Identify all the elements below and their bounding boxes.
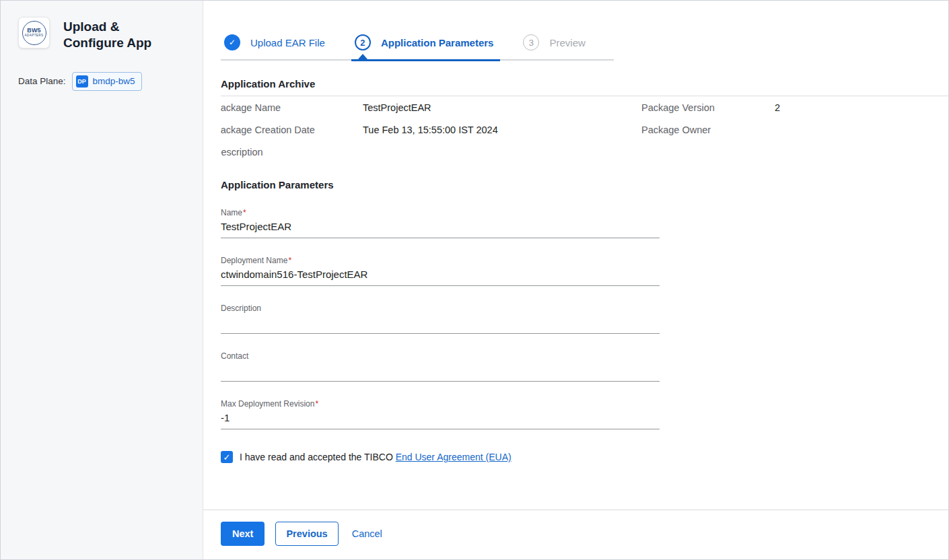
bw5-adapters-logo: BW5 ADAPTERS xyxy=(18,17,50,48)
description-label: Description xyxy=(221,141,363,163)
package-version-label: Package Version xyxy=(641,96,775,118)
package-owner-label: Package Owner xyxy=(641,118,775,141)
page-title: Upload & Configure App xyxy=(63,17,151,52)
name-field[interactable] xyxy=(221,218,660,238)
name-field-group: Name xyxy=(221,208,660,238)
eua-link[interactable]: End User Agreement (EUA) xyxy=(396,452,512,462)
data-plane-row: Data Plane: DP bmdp-bw5 xyxy=(18,72,185,91)
sidebar: BW5 ADAPTERS Upload & Configure App Data… xyxy=(1,1,203,559)
name-field-label: Name xyxy=(221,208,660,217)
logo-text: BW5 xyxy=(27,28,41,34)
description-value xyxy=(363,141,641,163)
main-panel: ✓ Upload EAR File 2 Application Paramete… xyxy=(203,1,948,559)
max-deployment-revision-field-label: Max Deployment Revision xyxy=(221,399,660,409)
bw5-adapters-logo-circle: BW5 ADAPTERS xyxy=(22,21,46,45)
step-label: Upload EAR File xyxy=(250,37,325,48)
data-plane-chip[interactable]: DP bmdp-bw5 xyxy=(72,72,142,91)
data-plane-icon: DP xyxy=(76,75,88,88)
upload-configure-app-window: BW5 ADAPTERS Upload & Configure App Data… xyxy=(0,0,949,560)
max-deployment-revision-field[interactable] xyxy=(221,409,660,429)
wizard-stepper: ✓ Upload EAR File 2 Application Paramete… xyxy=(221,34,614,61)
package-creation-date-label: Package Creation Date xyxy=(221,118,363,141)
eua-checkbox[interactable]: ✓ xyxy=(221,451,233,463)
contact-field-group: Contact xyxy=(221,351,660,382)
description-field[interactable] xyxy=(221,314,660,334)
page-title-line2: Configure App xyxy=(63,35,151,51)
step-complete-check-icon: ✓ xyxy=(224,34,240,50)
data-plane-label: Data Plane: xyxy=(18,76,66,86)
page-title-line1: Upload & xyxy=(63,19,151,35)
application-archive-details: Package Name TestProjectEAR Package Vers… xyxy=(221,96,948,163)
main-content: ✓ Upload EAR File 2 Application Paramete… xyxy=(203,1,948,510)
cancel-button[interactable]: Cancel xyxy=(349,522,385,546)
wizard-footer: Next Previous Cancel xyxy=(203,510,948,559)
deployment-name-field-group: Deployment Name xyxy=(221,256,660,286)
step-application-parameters[interactable]: 2 Application Parameters xyxy=(355,34,494,50)
contact-field-label: Contact xyxy=(221,351,660,361)
logo-subtext: ADAPTERS xyxy=(25,34,44,38)
step-number: 3 xyxy=(523,34,539,50)
contact-field[interactable] xyxy=(221,361,660,382)
deployment-name-field-label: Deployment Name xyxy=(221,256,660,265)
package-creation-date-value: Tue Feb 13, 15:55:00 IST 2024 xyxy=(363,118,641,141)
package-name-value: TestProjectEAR xyxy=(363,96,641,118)
application-parameters-heading: Application Parameters xyxy=(221,179,948,190)
eua-text: I have read and accepted the TIBCO End U… xyxy=(240,452,512,462)
description-field-group: Description xyxy=(221,304,660,334)
step-label: Preview xyxy=(549,37,585,48)
step-number: 2 xyxy=(355,34,371,50)
step-upload-ear-file[interactable]: ✓ Upload EAR File xyxy=(224,34,325,50)
next-button[interactable]: Next xyxy=(221,522,265,546)
package-owner-value xyxy=(775,118,948,141)
deployment-name-field[interactable] xyxy=(221,266,660,286)
description-field-label: Description xyxy=(221,304,660,313)
previous-button[interactable]: Previous xyxy=(275,522,338,546)
data-plane-name: bmdp-bw5 xyxy=(93,76,135,86)
application-archive-heading: Application Archive xyxy=(221,78,948,96)
package-name-label: Package Name xyxy=(221,96,363,118)
eua-agreement-row: ✓ I have read and accepted the TIBCO End… xyxy=(221,451,948,463)
step-label: Application Parameters xyxy=(381,37,494,48)
package-version-value: 2 xyxy=(775,96,948,118)
max-deployment-revision-field-group: Max Deployment Revision xyxy=(221,399,660,429)
sidebar-header: BW5 ADAPTERS Upload & Configure App xyxy=(18,17,185,52)
step-preview[interactable]: 3 Preview xyxy=(523,34,585,50)
